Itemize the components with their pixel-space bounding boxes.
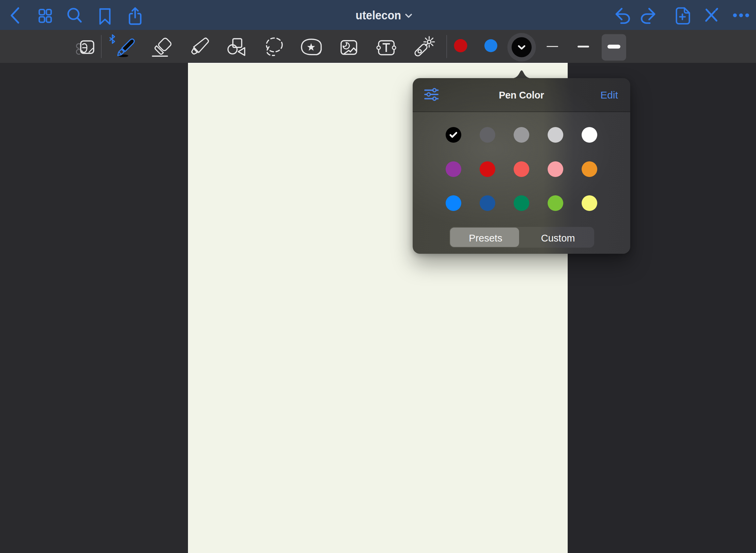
svg-text:utelecon: utelecon xyxy=(356,8,401,21)
